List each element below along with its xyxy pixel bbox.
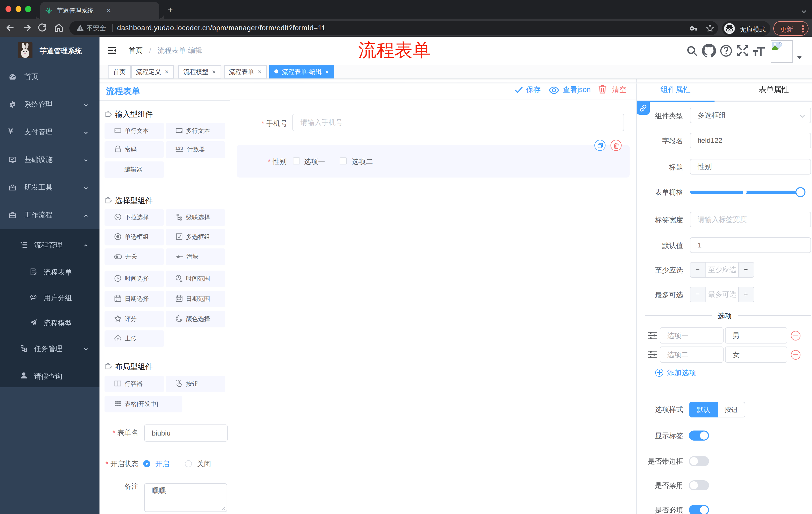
svg-text:123: 123 [175, 146, 183, 151]
